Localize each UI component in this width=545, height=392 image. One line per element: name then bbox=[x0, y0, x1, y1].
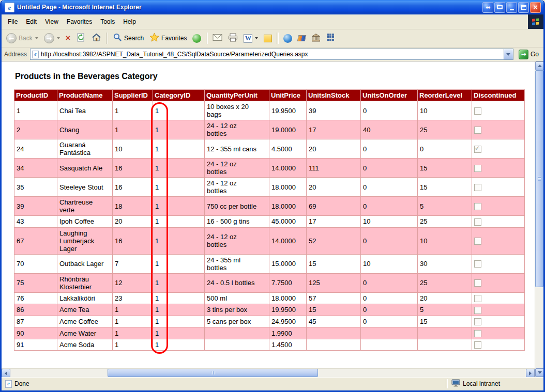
back-button[interactable]: ← Back bbox=[4, 32, 41, 45]
ie-logo-icon: e bbox=[5, 3, 14, 12]
flag-button[interactable] bbox=[295, 34, 308, 43]
discontinued-cell bbox=[472, 273, 525, 292]
quantityperunit-cell: 750 cc per bottle bbox=[205, 197, 269, 216]
menu-edit[interactable]: Edit bbox=[22, 17, 41, 27]
flag-icon bbox=[297, 35, 307, 41]
forward-button[interactable]: → bbox=[41, 32, 63, 45]
unitsinstock-cell: 20 bbox=[307, 178, 361, 197]
status-bar: e Done Local intranet bbox=[2, 377, 543, 390]
discontinued-checkbox bbox=[474, 330, 481, 337]
toolbar-separator bbox=[206, 33, 208, 44]
go-button[interactable]: → Go bbox=[517, 50, 541, 59]
forward-icon: → bbox=[44, 33, 54, 43]
print-button[interactable] bbox=[225, 32, 240, 45]
scroll-down-button[interactable] bbox=[535, 368, 544, 377]
product-row-24: 24Guaraná Fantástica10112 - 355 ml cans4… bbox=[14, 139, 525, 159]
supplierid-cell: 20 bbox=[113, 216, 153, 228]
discontinued-checkbox bbox=[474, 260, 481, 268]
product-row-1: 1Chai Tea1110 boxes x 20 bags19.95003901… bbox=[14, 101, 525, 120]
unitprice-cell: 19.9500 bbox=[269, 101, 307, 120]
quantityperunit-cell: 24 - 355 ml bottles bbox=[205, 254, 269, 273]
back-label: Back bbox=[19, 35, 33, 42]
supplierid-cell: 1 bbox=[113, 339, 153, 351]
menu-bar: FileEditViewFavoritesToolsHelp bbox=[2, 14, 543, 29]
mail-button[interactable] bbox=[210, 32, 225, 45]
product-row-35: 35Steeleye Stout16124 - 12 oz bottles18.… bbox=[14, 178, 525, 197]
scroll-right-button[interactable] bbox=[526, 369, 535, 378]
maximize-button[interactable] bbox=[518, 2, 529, 13]
fullscreen-button[interactable]: ↔ bbox=[482, 2, 493, 13]
unitsinstock-cell: 17 bbox=[307, 216, 361, 228]
discuss-button[interactable] bbox=[261, 33, 275, 44]
research-button[interactable] bbox=[309, 32, 323, 45]
stop-button[interactable]: × bbox=[63, 33, 73, 44]
horizontal-scrollbar[interactable] bbox=[2, 368, 535, 377]
column-header-unitsinstock: UnitsInStock bbox=[307, 90, 361, 101]
address-input[interactable]: e http://localhost:3982/ASPNET_Data_Tuto… bbox=[30, 49, 513, 60]
discontinued-checkbox bbox=[474, 307, 481, 314]
discontinued-checkbox bbox=[474, 127, 481, 134]
unitprice-cell: 15.0000 bbox=[269, 254, 307, 273]
toolbar-separator bbox=[277, 33, 279, 44]
main-area: Products in the Beverages Category Produ… bbox=[2, 61, 543, 377]
screen-button[interactable] bbox=[494, 2, 505, 13]
product-row-67: 67Laughing Lumberjack Lager16124 - 12 oz… bbox=[14, 227, 525, 254]
home-button[interactable] bbox=[89, 31, 104, 46]
scroll-left-button[interactable] bbox=[2, 369, 10, 378]
print-icon bbox=[228, 33, 238, 44]
quicklinks-button[interactable] bbox=[324, 32, 337, 45]
menu-view[interactable]: View bbox=[41, 17, 63, 27]
messenger-icon bbox=[283, 34, 292, 43]
favorites-button[interactable]: Favorites bbox=[147, 31, 189, 45]
zone-text: Local intranet bbox=[463, 380, 500, 387]
horizontal-scroll-track[interactable] bbox=[10, 369, 526, 377]
categoryid-cell: 1 bbox=[153, 227, 205, 254]
menu-help[interactable]: Help bbox=[119, 17, 140, 27]
refresh-button[interactable] bbox=[73, 31, 88, 46]
productname-cell: Acme Soda bbox=[57, 339, 113, 351]
reorderlevel-cell: 0 bbox=[418, 139, 472, 159]
reorderlevel-cell: 20 bbox=[418, 292, 472, 304]
product-row-70: 70Outback Lager7124 - 355 ml bottles15.0… bbox=[14, 254, 525, 273]
menu-favorites[interactable]: Favorites bbox=[63, 17, 96, 27]
minimize-icon bbox=[510, 9, 514, 10]
productid-cell: 43 bbox=[14, 216, 57, 228]
media-button[interactable] bbox=[190, 33, 204, 44]
address-dropdown-button[interactable] bbox=[504, 49, 513, 59]
product-row-75: 75Rhönbräu Klosterbier12124 - 0.5 l bott… bbox=[14, 273, 525, 292]
discontinued-checkbox bbox=[474, 146, 481, 153]
unitprice-cell: 1.4500 bbox=[269, 339, 307, 351]
product-row-86: 86Acme Tea113 tins per box19.95001505 bbox=[14, 304, 525, 316]
menu-file[interactable]: File bbox=[4, 17, 22, 27]
supplierid-cell: 1 bbox=[113, 327, 153, 339]
categoryid-cell: 1 bbox=[153, 197, 205, 216]
unitprice-cell: 14.0000 bbox=[269, 227, 307, 254]
menu-tools[interactable]: Tools bbox=[96, 17, 119, 27]
forward-dropdown-icon bbox=[57, 37, 60, 39]
reorderlevel-cell: 15 bbox=[418, 159, 472, 178]
search-button[interactable]: Search bbox=[110, 31, 146, 45]
edit-button[interactable]: W bbox=[241, 33, 261, 44]
arrows-icon: ↔ bbox=[486, 5, 490, 10]
messenger-button[interactable] bbox=[281, 33, 295, 44]
building-icon bbox=[311, 33, 321, 44]
close-button[interactable]: × bbox=[530, 2, 541, 13]
status-message: e Done bbox=[3, 380, 445, 388]
vertical-scrollbar[interactable] bbox=[535, 61, 543, 377]
discontinued-checkbox bbox=[474, 279, 481, 287]
unitsinstock-cell: 45 bbox=[307, 316, 361, 327]
reorderlevel-cell: 25 bbox=[418, 273, 472, 292]
search-label: Search bbox=[124, 35, 144, 42]
vertical-scroll-thumb[interactable] bbox=[535, 70, 543, 287]
horizontal-scroll-thumb[interactable] bbox=[108, 369, 318, 377]
productid-cell: 1 bbox=[14, 101, 57, 120]
address-label: Address bbox=[4, 51, 27, 58]
scroll-up-button[interactable] bbox=[535, 61, 544, 70]
supplierid-cell: 16 bbox=[113, 178, 153, 197]
discontinued-cell bbox=[472, 292, 525, 304]
minimize-button[interactable] bbox=[506, 2, 517, 13]
vertical-scroll-track[interactable] bbox=[535, 70, 543, 368]
unitsinstock-cell: 69 bbox=[307, 197, 361, 216]
categoryid-cell: 1 bbox=[153, 339, 205, 351]
title-bar[interactable]: e Untitled Page - Microsoft Internet Exp… bbox=[2, 0, 543, 14]
